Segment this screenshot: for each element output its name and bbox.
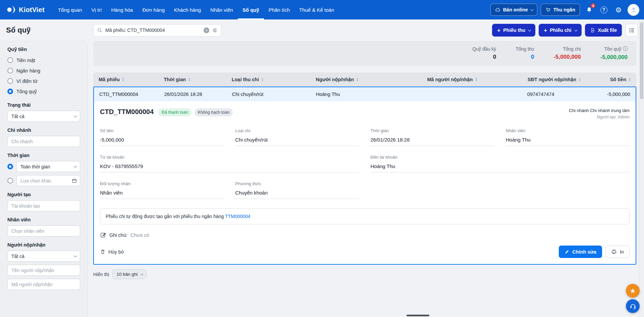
nav-item-so-quy[interactable]: Sổ quỹ xyxy=(238,0,264,19)
payer-type-select[interactable]: Tất cả xyxy=(7,251,80,262)
linked-receipt-link[interactable]: TTM000004 xyxy=(225,214,250,219)
time-range-select[interactable]: Toàn thời gian xyxy=(16,161,80,172)
vertical-scrollbar[interactable] xyxy=(639,19,644,317)
accounting-badge: Không hạch toán xyxy=(195,108,233,116)
cancel-voucher-button[interactable]: Hủy bỏ xyxy=(100,249,124,255)
field-doi-tuong-nhan: Đối tượng nhận Nhân viên xyxy=(100,181,224,199)
custom-date-input[interactable] xyxy=(16,175,80,186)
question-icon xyxy=(600,6,607,13)
status-select[interactable]: Tất cả xyxy=(7,111,80,122)
nav-item-thue-ke-toan[interactable]: Thuế & Kế toán xyxy=(294,0,339,19)
time-custom-option[interactable] xyxy=(7,175,80,186)
page-toolbar: Sổ quỹ Phiếu thu Phiếu chi Xuất file xyxy=(0,19,644,41)
fund-option-tong-quy[interactable]: Tổng quỹ xyxy=(7,86,80,97)
field-den-tai-khoan: Đến tài khoản Hoàng Thu xyxy=(371,155,630,172)
table-row[interactable]: CTD_TTM000004 26/01/2026 18:28 Chi chuyể… xyxy=(94,87,636,101)
column-header-nguoi-nop-nhan[interactable]: Người nộp/nhận xyxy=(311,77,422,82)
voucher-fields: Số tiền -5,000,000 Loại chi Chi chuyển/r… xyxy=(100,128,630,199)
row-cell-thoi-gian: 26/01/2026 18:28 xyxy=(159,92,227,97)
vertical-scrollbar-thumb[interactable] xyxy=(640,22,643,99)
fund-option-tien-mat[interactable]: Tiền mặt xyxy=(7,55,80,65)
field-loai-chi: Loại chi Chi chuyển/rút xyxy=(235,128,359,146)
export-file-button[interactable]: Xuất file xyxy=(585,24,622,37)
summary-bar: Quỹ đầu kỳ 0 Tổng thu 0 Tổng chi -5,000,… xyxy=(93,41,636,66)
status-filter-section: Trạng thái Tất cả xyxy=(7,102,80,122)
ban-online-button[interactable]: Bán online xyxy=(490,4,537,16)
filter-sliders-icon[interactable] xyxy=(212,28,218,33)
chevron-down-icon xyxy=(530,8,534,11)
staff-input[interactable] xyxy=(7,225,80,236)
nav-item-vi-tri[interactable]: Vị trí xyxy=(87,0,107,19)
column-header-sdt[interactable]: SĐT người nộp/nhận xyxy=(522,77,593,82)
add-payment-button[interactable]: Phiếu chi xyxy=(539,24,581,37)
page-title: Sổ quỹ xyxy=(6,26,93,35)
opening-balance-value: 0 xyxy=(493,54,496,60)
search-box[interactable] xyxy=(93,24,221,37)
column-header-thoi-gian[interactable]: Thời gian xyxy=(158,77,226,82)
radio-checked-icon xyxy=(7,89,13,94)
chevron-down-icon xyxy=(74,254,77,257)
user-avatar[interactable] xyxy=(628,4,639,16)
branch-input[interactable] xyxy=(7,136,80,147)
edit-button[interactable]: Chỉnh sửa xyxy=(559,246,602,258)
total-receipts-value: 0 xyxy=(531,54,534,60)
list-footer: Hiển thị 10 bản ghi xyxy=(93,269,636,279)
payer-name-input[interactable] xyxy=(7,265,80,276)
search-input[interactable] xyxy=(105,28,201,33)
fund-option-vi-dien-tu[interactable]: Ví điện tử xyxy=(7,76,80,86)
add-receipt-button[interactable]: Phiếu thu xyxy=(492,24,535,37)
horizontal-scrollbar-thumb[interactable] xyxy=(407,315,429,316)
nav-item-phan-tich[interactable]: Phân tích xyxy=(264,0,294,19)
nav-item-khach-hang[interactable]: Khách hàng xyxy=(169,0,206,19)
chevron-down-icon xyxy=(141,272,143,275)
creator-input[interactable] xyxy=(7,200,80,211)
metric-total-payments: Tổng chi -5,000,000 xyxy=(553,46,581,60)
time-section-title: Thời gian xyxy=(7,153,80,158)
row-cell-ma-phieu: CTD_TTM000004 xyxy=(94,92,159,97)
chevron-down-icon xyxy=(528,28,531,32)
chevron-down-icon xyxy=(74,164,77,168)
column-header-ma-phieu[interactable]: Mã phiếu xyxy=(93,77,158,82)
sort-icon xyxy=(475,77,477,82)
column-header-loai-thu-chi[interactable]: Loại thu chi xyxy=(226,77,311,82)
clear-search-icon[interactable] xyxy=(204,28,209,33)
main-menu: Tổng quan Vị trí Hàng hóa Đơn hàng Khách… xyxy=(53,0,339,19)
info-icon[interactable] xyxy=(623,46,628,52)
person-icon xyxy=(630,6,637,13)
column-header-so-tien[interactable]: Số tiền xyxy=(593,77,636,82)
thu-ngan-button[interactable]: Thu ngân xyxy=(541,4,580,16)
column-settings-button[interactable] xyxy=(625,24,638,37)
creator-info: Người tạo: Admin xyxy=(569,115,630,119)
cloud-icon xyxy=(495,7,501,13)
creator-filter-section: Người tạo xyxy=(7,192,80,211)
payer-section-title: Người nộp/nhận xyxy=(7,242,80,248)
status-badge: Đã thanh toán xyxy=(158,108,192,116)
column-header-ma-nguoi-nop-nhan[interactable]: Mã người nộp/nhận xyxy=(422,77,522,82)
table-header: Mã phiếu Thời gian Loại thu chi Người nộ… xyxy=(93,72,636,87)
time-all-option[interactable]: Toàn thời gian xyxy=(7,161,80,172)
notifications-button[interactable]: 4 xyxy=(583,4,595,15)
nav-item-nhan-vien[interactable]: Nhân viên xyxy=(206,0,238,19)
nav-item-hang-hoa[interactable]: Hàng hóa xyxy=(106,0,138,19)
help-button[interactable] xyxy=(598,4,609,15)
field-nhan-vien: Nhân viên Hoàng Thu xyxy=(506,128,630,146)
kiotviet-logo-icon xyxy=(6,5,16,15)
nav-item-don-hang[interactable]: Đơn hàng xyxy=(138,0,169,19)
nav-item-tong-quan[interactable]: Tổng quan xyxy=(53,0,87,19)
export-file-label: Xuất file xyxy=(598,28,617,33)
records-per-page-select[interactable]: 10 bản ghi xyxy=(112,269,146,279)
note-label: Ghi chú: xyxy=(109,232,127,238)
rewards-fab-button[interactable] xyxy=(626,284,640,298)
edit-note-icon[interactable] xyxy=(100,232,106,238)
support-fab-button[interactable] xyxy=(626,299,640,313)
print-button[interactable]: In xyxy=(605,246,630,258)
trash-icon xyxy=(100,249,106,255)
expanded-voucher-panel: CTD_TTM000004 26/01/2026 18:28 Chi chuyể… xyxy=(93,87,636,265)
kiotviet-logo[interactable]: KiotViet xyxy=(6,0,45,19)
settings-button[interactable] xyxy=(613,4,624,15)
payer-code-input[interactable] xyxy=(7,279,80,290)
cashbook-main: Quỹ đầu kỳ 0 Tổng thu 0 Tổng chi -5,000,… xyxy=(93,41,636,317)
fund-option-ngan-hang[interactable]: Ngân hàng xyxy=(7,65,80,76)
branch-section-title: Chi nhánh xyxy=(7,127,80,133)
row-cell-loai-thu-chi: Chi chuyển/rút xyxy=(227,92,311,97)
